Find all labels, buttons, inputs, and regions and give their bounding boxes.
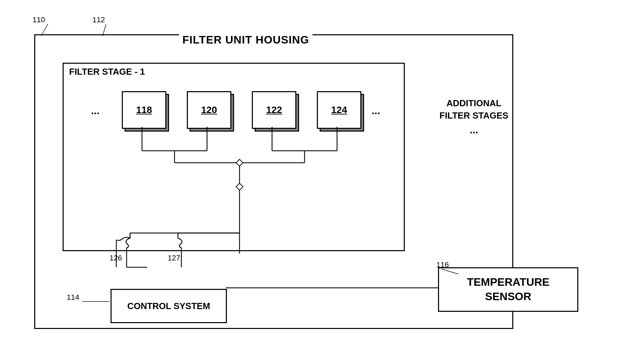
ref-127: 127: [168, 254, 180, 262]
temperature-sensor-box: TEMPERATURESENSOR: [438, 267, 578, 312]
temp-sensor-label: TEMPERATURESENSOR: [467, 275, 549, 304]
control-system-label: CONTROL SYSTEM: [127, 301, 210, 311]
ref-112: 112: [92, 15, 105, 24]
dots-left: ...: [91, 105, 100, 117]
ref-110: 110: [33, 15, 45, 24]
filter-stage-label: FILTER STAGE - 1: [69, 66, 145, 77]
filter-unit-120: 120: [187, 91, 231, 129]
filter-unit-122: 122: [252, 91, 296, 129]
housing-label: FILTER UNIT HOUSING: [179, 34, 312, 46]
filter-unit-124: 124: [317, 91, 361, 129]
control-system-box: CONTROL SYSTEM: [111, 289, 227, 323]
filter-unit-118: 118: [122, 91, 166, 129]
ref-114: 114: [67, 293, 79, 302]
dots-right: ...: [372, 105, 380, 117]
ref-116: 116: [436, 260, 449, 269]
ref-126: 126: [110, 254, 122, 262]
additional-filter-stages: ADDITIONAL FILTER STAGES ···: [436, 97, 512, 140]
diagram-container: 110 112 FILTER UNIT HOUSING FILTER STAGE…: [14, 14, 630, 343]
filter-stage: FILTER STAGE - 1 ... ... 118 120 122: [63, 63, 405, 251]
